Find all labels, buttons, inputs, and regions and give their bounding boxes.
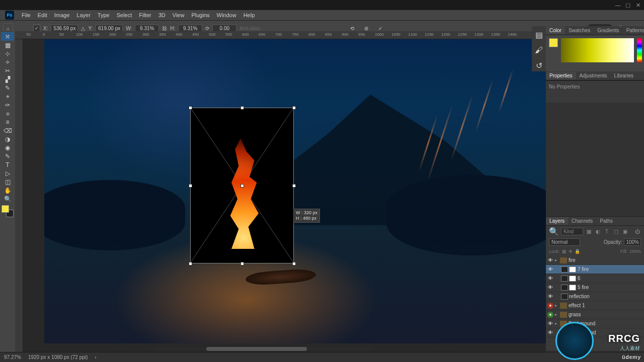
visibility-toggle-icon[interactable]: 👁	[546, 294, 555, 299]
transform-handle-s[interactable]	[240, 262, 244, 265]
tab-layers[interactable]: Layers	[546, 217, 568, 225]
info-panel-icon[interactable]: ↺	[536, 61, 542, 70]
filter-shape-icon[interactable]: ▢	[612, 228, 619, 235]
tab-patterns[interactable]: Patterns	[623, 27, 644, 34]
transform-handle-e[interactable]	[292, 184, 296, 188]
layer-name[interactable]: effect 1	[569, 303, 585, 308]
status-chevron-icon[interactable]: ›	[95, 354, 96, 360]
filter-type-icon[interactable]: T	[603, 228, 610, 235]
lock-all-icon[interactable]: ▦	[562, 249, 567, 254]
layer-name[interactable]: 6	[578, 276, 581, 281]
menu-image[interactable]: Image	[51, 12, 73, 18]
layer-row[interactable]: 👁reflection	[546, 292, 644, 301]
menu-edit[interactable]: Edit	[34, 12, 51, 18]
tool-button[interactable]: ≡	[1, 118, 14, 126]
menu-select[interactable]: Select	[113, 12, 136, 18]
transform-handle-w[interactable]	[189, 184, 192, 188]
tool-button[interactable]: ▞	[1, 75, 14, 83]
transform-handle-center[interactable]	[240, 184, 244, 188]
tool-button[interactable]: ⤱	[1, 32, 14, 41]
layer-name[interactable]: 7 fire	[578, 266, 589, 272]
tool-button[interactable]: ⌖	[1, 92, 14, 101]
blend-mode-select[interactable]: Normal	[549, 238, 580, 246]
tool-button[interactable]: ▦	[1, 41, 14, 49]
tool-button[interactable]: ◫	[1, 177, 14, 186]
tool-button[interactable]: ⊹	[1, 49, 14, 58]
layer-row[interactable]: ●▸grass	[546, 310, 644, 319]
tool-button[interactable]: ✑	[1, 101, 14, 109]
tool-button[interactable]: ✋	[1, 186, 14, 195]
lock-pixels-icon[interactable]: 🔒	[575, 249, 580, 254]
layer-thumbnail[interactable]	[561, 266, 568, 273]
tab-libraries[interactable]: Libraries	[611, 72, 637, 79]
tool-button[interactable]: ✂	[1, 66, 14, 75]
tool-button[interactable]: T	[1, 160, 14, 169]
menu-layer[interactable]: Layer	[73, 12, 94, 18]
layer-thumbnail[interactable]	[561, 285, 568, 291]
color-picker-gradient[interactable]	[561, 38, 634, 62]
menu-filter[interactable]: Filter	[135, 12, 154, 18]
group-arrow-icon[interactable]: ▸	[555, 303, 560, 308]
history-icon[interactable]: ▤	[535, 30, 543, 40]
menu-3d[interactable]: 3D	[155, 12, 169, 18]
scrollbar-thumb[interactable]	[206, 347, 307, 351]
lock-position-icon[interactable]: ✜	[569, 249, 573, 254]
menu-type[interactable]: Type	[94, 12, 113, 18]
tab-paths[interactable]: Paths	[596, 217, 616, 225]
layer-row[interactable]: 👁7 fire	[546, 265, 644, 274]
visibility-toggle-icon[interactable]: 👁	[546, 276, 555, 281]
tab-color[interactable]: Color	[546, 27, 565, 34]
horizontal-scrollbar[interactable]	[156, 347, 372, 351]
tool-button[interactable]: ⌫	[1, 126, 14, 135]
hue-strip[interactable]	[637, 38, 642, 62]
layer-name[interactable]: fire	[569, 257, 576, 263]
tab-properties[interactable]: Properties	[546, 72, 576, 79]
layer-mask-thumbnail[interactable]	[569, 285, 576, 291]
menu-help[interactable]: Help	[240, 12, 259, 18]
transform-handle-n[interactable]	[240, 106, 244, 110]
visibility-toggle-icon[interactable]: 👁	[546, 266, 555, 272]
visibility-toggle-icon[interactable]: ●	[547, 303, 553, 309]
visibility-toggle-icon[interactable]: 👁	[546, 285, 555, 290]
tool-button[interactable]: ✎	[1, 152, 14, 160]
menu-window[interactable]: Window	[213, 12, 240, 18]
tool-button[interactable]: ▷	[1, 169, 14, 177]
group-arrow-icon[interactable]: ▸	[555, 258, 560, 262]
tool-button[interactable]: ◑	[1, 135, 14, 143]
tool-button[interactable]: ◉	[1, 143, 14, 152]
filter-pixel-icon[interactable]: ▦	[585, 228, 592, 235]
filter-smart-icon[interactable]: ▣	[621, 228, 628, 235]
link-icon[interactable]: ⛓	[162, 26, 167, 31]
tab-adjustments[interactable]: Adjustments	[576, 72, 611, 79]
filter-adjust-icon[interactable]: ◐	[594, 228, 601, 235]
layer-row[interactable]: 👁6	[546, 274, 644, 283]
filter-toggle[interactable]: ⏻	[634, 228, 641, 235]
visibility-toggle-icon[interactable]: 👁	[546, 321, 555, 326]
window-maximize[interactable]: ▢	[623, 1, 633, 10]
tab-swatches[interactable]: Swatches	[565, 27, 594, 34]
transform-handle-ne[interactable]	[292, 106, 296, 110]
layer-row[interactable]: ●▸effect 1	[546, 301, 644, 310]
layer-name[interactable]: 5 fire	[578, 285, 589, 290]
group-arrow-icon[interactable]: ▸	[555, 312, 560, 317]
menu-file[interactable]: File	[18, 12, 34, 18]
transform-box[interactable]: W : 320 px H : 480 px	[190, 108, 294, 263]
visibility-toggle-icon[interactable]: ●	[547, 312, 553, 318]
ruler-vertical[interactable]	[15, 39, 23, 352]
layer-row[interactable]: 👁5 fire	[546, 283, 644, 292]
layer-row[interactable]: 👁▸fire	[546, 256, 644, 265]
foreground-background-swatch[interactable]	[2, 205, 14, 217]
tool-button[interactable]: ✧	[1, 58, 14, 66]
visibility-toggle-icon[interactable]: 👁	[546, 330, 555, 335]
menu-view[interactable]: View	[169, 12, 188, 18]
layer-thumbnail[interactable]	[561, 276, 568, 282]
tab-channels[interactable]: Channels	[568, 217, 596, 225]
layer-thumbnail[interactable]	[561, 294, 568, 300]
transform-handle-sw[interactable]	[189, 262, 192, 265]
layer-kind-filter[interactable]: Kind	[561, 228, 583, 235]
tab-gradients[interactable]: Gradients	[594, 27, 622, 34]
tool-button[interactable]: ⍟	[1, 109, 14, 118]
zoom-percent[interactable]: 97.27%	[4, 354, 21, 360]
window-minimize[interactable]: —	[613, 1, 623, 10]
canvas[interactable]: W : 320 px H : 480 px	[23, 39, 546, 352]
